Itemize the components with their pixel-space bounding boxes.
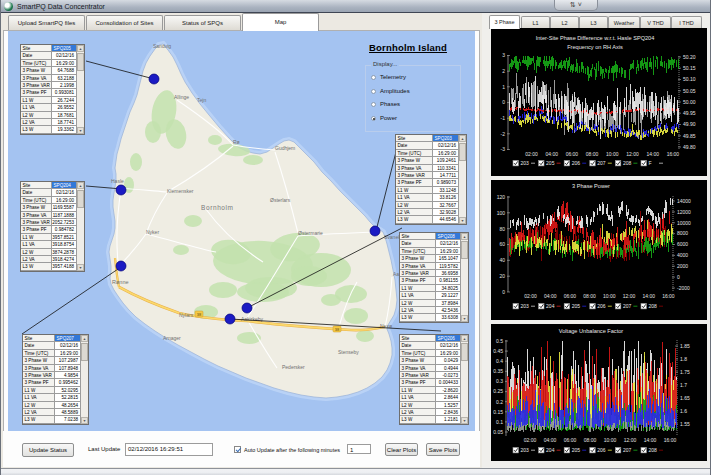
- svg-text:02:00: 02:00: [525, 151, 538, 157]
- svg-text:08:00: 08:00: [586, 151, 599, 157]
- svg-text:3: 3: [502, 52, 505, 58]
- svg-text:04:00: 04:00: [545, 151, 558, 157]
- svg-text:Frequency on RH Axis: Frequency on RH Axis: [567, 44, 623, 50]
- svg-text:12:00: 12:00: [623, 293, 636, 299]
- svg-text:1.85: 1.85: [680, 343, 690, 349]
- svg-text:Gudhjem: Gudhjem: [275, 145, 295, 151]
- svg-text:49.95: 49.95: [683, 110, 696, 116]
- svg-text:1.65: 1.65: [680, 395, 690, 401]
- svg-text:12000: 12000: [677, 209, 691, 215]
- svg-text:0.35: 0.35: [493, 368, 503, 374]
- svg-text:12:00: 12:00: [624, 437, 637, 443]
- svg-text:38: 38: [197, 312, 202, 317]
- svg-text:Arnager: Arnager: [163, 335, 181, 341]
- svg-text:6000: 6000: [677, 241, 688, 247]
- svg-text:50.15: 50.15: [683, 65, 696, 71]
- svg-text:0.45: 0.45: [493, 348, 503, 354]
- svg-text:Østerlars: Østerlars: [270, 197, 291, 203]
- svg-text:8000: 8000: [677, 230, 688, 236]
- svg-text:14:00: 14:00: [642, 293, 655, 299]
- svg-text:50.05: 50.05: [683, 88, 696, 94]
- svg-text:203: 203: [521, 303, 530, 309]
- svg-text:0: 0: [677, 274, 680, 280]
- svg-text:Allinge: Allinge: [174, 94, 189, 100]
- svg-text:Voltage Unbalance Factor: Voltage Unbalance Factor: [559, 328, 624, 334]
- svg-text:204: 204: [546, 447, 555, 453]
- svg-text:205: 205: [572, 447, 581, 453]
- svg-text:10:00: 10:00: [604, 437, 617, 443]
- svg-text:10:00: 10:00: [603, 293, 616, 299]
- svg-text:04:00: 04:00: [544, 437, 557, 443]
- svg-text:06:00: 06:00: [566, 151, 579, 157]
- svg-text:0.3: 0.3: [496, 378, 503, 384]
- svg-text:Inter-Site Phase Difference w.: Inter-Site Phase Difference w.r.t. Hasle…: [536, 35, 655, 41]
- svg-text:2: 2: [502, 68, 505, 74]
- svg-text:0.5: 0.5: [496, 338, 503, 344]
- svg-text:49.80: 49.80: [683, 144, 696, 150]
- svg-text:Nyker: Nyker: [146, 229, 159, 235]
- svg-text:04:00: 04:00: [544, 293, 557, 299]
- svg-text:0.15: 0.15: [493, 409, 503, 415]
- svg-text:-1: -1: [501, 115, 506, 121]
- svg-text:207: 207: [623, 303, 632, 309]
- svg-text:50.20: 50.20: [683, 54, 696, 60]
- svg-text:208: 208: [649, 303, 658, 309]
- svg-text:14:00: 14:00: [644, 437, 657, 443]
- svg-text:208: 208: [623, 160, 632, 166]
- svg-text:40: 40: [499, 257, 505, 263]
- svg-text:16:00: 16:00: [662, 293, 675, 299]
- svg-text:16:00: 16:00: [664, 437, 677, 443]
- svg-text:207: 207: [597, 160, 606, 166]
- svg-text:203: 203: [521, 447, 530, 453]
- svg-text:100: 100: [497, 210, 506, 216]
- svg-text:205: 205: [572, 303, 581, 309]
- svg-text:206: 206: [597, 447, 606, 453]
- svg-text:Pedersker: Pedersker: [282, 364, 305, 370]
- svg-text:208: 208: [649, 447, 658, 453]
- svg-text:16:00: 16:00: [667, 151, 680, 157]
- svg-text:20: 20: [499, 273, 505, 279]
- svg-text:1.55: 1.55: [680, 421, 690, 427]
- svg-text:Tejn: Tejn: [197, 97, 206, 103]
- svg-text:120: 120: [497, 194, 506, 200]
- svg-text:1.8: 1.8: [680, 356, 687, 362]
- svg-text:204: 204: [546, 303, 555, 309]
- svg-text:49.85: 49.85: [683, 133, 696, 139]
- svg-text:02:00: 02:00: [524, 293, 537, 299]
- svg-text:2000: 2000: [677, 263, 688, 269]
- svg-text:1.7: 1.7: [680, 382, 687, 388]
- svg-text:12:00: 12:00: [626, 151, 639, 157]
- svg-text:207: 207: [623, 447, 632, 453]
- svg-text:60: 60: [499, 241, 505, 247]
- svg-text:08:00: 08:00: [583, 293, 596, 299]
- svg-text:Klemensker: Klemensker: [167, 188, 194, 194]
- svg-text:06:00: 06:00: [564, 437, 577, 443]
- svg-text:38: 38: [335, 327, 340, 332]
- svg-text:203: 203: [521, 160, 530, 166]
- svg-text:Sandvig: Sandvig: [153, 43, 171, 49]
- svg-text:10:00: 10:00: [606, 151, 619, 157]
- svg-text:Hasle: Hasle: [111, 178, 124, 184]
- svg-text:Rønne: Rønne: [112, 279, 129, 285]
- svg-text:206: 206: [597, 303, 606, 309]
- svg-text:1: 1: [502, 84, 505, 90]
- svg-text:0.25: 0.25: [493, 388, 503, 394]
- svg-text:50.10: 50.10: [683, 76, 696, 82]
- svg-text:50.00: 50.00: [683, 99, 696, 105]
- svg-text:06:00: 06:00: [564, 293, 577, 299]
- svg-text:10000: 10000: [677, 220, 691, 226]
- svg-text:0.05: 0.05: [493, 429, 503, 435]
- svg-text:-3: -3: [501, 146, 506, 152]
- svg-text:0.4: 0.4: [496, 358, 503, 364]
- svg-text:205: 205: [546, 160, 555, 166]
- svg-text:4000: 4000: [677, 252, 688, 258]
- svg-text:Bornholm: Bornholm: [201, 204, 234, 211]
- svg-text:-2000: -2000: [677, 285, 690, 291]
- svg-text:0.2: 0.2: [496, 399, 503, 405]
- svg-text:Nylars: Nylars: [179, 312, 194, 318]
- svg-text:0: 0: [502, 99, 505, 105]
- svg-text:80: 80: [499, 226, 505, 232]
- svg-text:02:00: 02:00: [524, 437, 537, 443]
- svg-text:-2: -2: [501, 131, 506, 137]
- svg-text:Rø: Rø: [233, 139, 240, 145]
